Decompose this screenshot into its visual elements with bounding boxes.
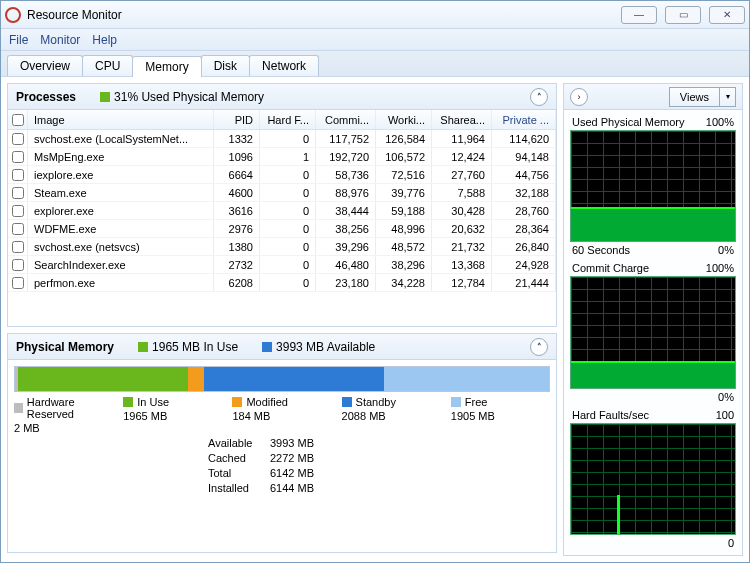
row-checkbox[interactable]: [12, 259, 24, 271]
row-checkbox[interactable]: [12, 187, 24, 199]
cell-commit: 117,752: [316, 130, 376, 147]
inuse-text: 1965 MB In Use: [152, 340, 238, 354]
menu-monitor[interactable]: Monitor: [40, 33, 80, 47]
stat-value: 6142 MB: [270, 466, 314, 481]
avail-text: 3993 MB Available: [276, 340, 375, 354]
row-checkbox[interactable]: [12, 151, 24, 163]
cell-commit: 39,296: [316, 238, 376, 255]
legend-swatch: [123, 397, 133, 407]
membar-segment: [188, 367, 204, 391]
tab-network[interactable]: Network: [249, 55, 319, 76]
select-all-checkbox[interactable]: [12, 114, 24, 126]
cell-pid: 1380: [214, 238, 260, 255]
tab-memory[interactable]: Memory: [132, 56, 201, 77]
cell-shareable: 13,368: [432, 256, 492, 273]
close-button[interactable]: ✕: [709, 6, 745, 24]
col-commit[interactable]: Commi...: [316, 110, 376, 129]
cell-hardfaults: 0: [260, 238, 316, 255]
col-private[interactable]: Private ...: [492, 110, 556, 129]
graph-canvas: [570, 130, 736, 242]
table-row[interactable]: perfmon.exe6208023,18034,22812,78421,444: [8, 274, 556, 292]
tab-cpu[interactable]: CPU: [82, 55, 133, 76]
cell-image: WDFME.exe: [28, 220, 214, 237]
stat-row: Total6142 MB: [208, 466, 556, 481]
minimize-button[interactable]: —: [621, 6, 657, 24]
usage-icon: [100, 92, 110, 102]
physical-memory-panel: Physical Memory 1965 MB In Use 3993 MB A…: [7, 333, 557, 553]
cell-pid: 1096: [214, 148, 260, 165]
table-row[interactable]: MsMpEng.exe10961192,720106,57212,42494,1…: [8, 148, 556, 166]
physmem-collapse-button[interactable]: ˄: [530, 338, 548, 356]
menu-file[interactable]: File: [9, 33, 28, 47]
row-checkbox[interactable]: [12, 277, 24, 289]
memory-legend: Hardware Reserved2 MBIn Use1965 MBModifi…: [8, 392, 556, 434]
cell-hardfaults: 0: [260, 274, 316, 291]
views-button[interactable]: Views: [669, 87, 720, 107]
window-title: Resource Monitor: [27, 8, 122, 22]
legend-name: Free: [465, 396, 488, 408]
resource-monitor-window: Resource Monitor — ▭ ✕ File Monitor Help…: [0, 0, 750, 563]
table-row[interactable]: SearchIndexer.exe2732046,48038,29613,368…: [8, 256, 556, 274]
table-row[interactable]: iexplore.exe6664058,73672,51627,76044,75…: [8, 166, 556, 184]
tab-disk[interactable]: Disk: [201, 55, 250, 76]
table-row[interactable]: svchost.exe (LocalSystemNet...13320117,7…: [8, 130, 556, 148]
row-checkbox[interactable]: [12, 205, 24, 217]
graphs-expand-button[interactable]: ›: [570, 88, 588, 106]
legend-name: Hardware Reserved: [27, 396, 113, 420]
col-working[interactable]: Worki...: [376, 110, 432, 129]
cell-hardfaults: 0: [260, 220, 316, 237]
col-pid[interactable]: PID: [214, 110, 260, 129]
stat-key: Total: [208, 466, 270, 481]
cell-image: perfmon.exe: [28, 274, 214, 291]
col-image[interactable]: Image: [28, 110, 214, 129]
physmem-title: Physical Memory: [16, 340, 114, 354]
cell-hardfaults: 0: [260, 184, 316, 201]
legend-value: 1905 MB: [451, 410, 495, 422]
membar-segment: [204, 367, 385, 391]
graph-max: 100%: [706, 116, 734, 128]
stat-value: 6144 MB: [270, 481, 314, 496]
row-checkbox[interactable]: [12, 133, 24, 145]
tab-overview[interactable]: Overview: [7, 55, 83, 76]
memory-bar: [14, 366, 550, 392]
cell-commit: 38,444: [316, 202, 376, 219]
cell-commit: 58,736: [316, 166, 376, 183]
legend-swatch: [342, 397, 352, 407]
inuse-icon: [138, 342, 148, 352]
legend-item: In Use1965 MB: [123, 396, 222, 434]
views-dropdown-button[interactable]: ▾: [720, 87, 736, 107]
row-checkbox[interactable]: [12, 169, 24, 181]
col-hardfaults[interactable]: Hard F...: [260, 110, 316, 129]
menu-help[interactable]: Help: [92, 33, 117, 47]
legend-name: Modified: [246, 396, 288, 408]
row-checkbox[interactable]: [12, 241, 24, 253]
legend-item: Hardware Reserved2 MB: [14, 396, 113, 434]
processes-collapse-button[interactable]: ˄: [530, 88, 548, 106]
cell-hardfaults: 0: [260, 166, 316, 183]
table-row[interactable]: Steam.exe4600088,97639,7767,58832,188: [8, 184, 556, 202]
menubar: File Monitor Help: [1, 29, 749, 51]
cell-working: 38,296: [376, 256, 432, 273]
cell-pid: 3616: [214, 202, 260, 219]
graphs-panel: › Views ▾ Used Physical Memory100%60 Sec…: [563, 83, 743, 556]
table-row[interactable]: explorer.exe3616038,44459,18830,42828,76…: [8, 202, 556, 220]
col-shareable[interactable]: Sharea...: [432, 110, 492, 129]
stat-key: Available: [208, 436, 270, 451]
cell-working: 48,996: [376, 220, 432, 237]
stat-value: 3993 MB: [270, 436, 314, 451]
cell-image: SearchIndexer.exe: [28, 256, 214, 273]
cell-commit: 88,976: [316, 184, 376, 201]
table-row[interactable]: svchost.exe (netsvcs)1380039,29648,57221…: [8, 238, 556, 256]
row-checkbox[interactable]: [12, 223, 24, 235]
table-row[interactable]: WDFME.exe2976038,25648,99620,63228,364: [8, 220, 556, 238]
cell-working: 34,228: [376, 274, 432, 291]
legend-swatch: [232, 397, 242, 407]
tabstrip: Overview CPU Memory Disk Network: [1, 51, 749, 77]
legend-swatch: [14, 403, 23, 413]
usage-text: 31% Used Physical Memory: [114, 90, 264, 104]
cell-shareable: 11,964: [432, 130, 492, 147]
cell-hardfaults: 0: [260, 130, 316, 147]
maximize-button[interactable]: ▭: [665, 6, 701, 24]
stat-row: Cached2272 MB: [208, 451, 556, 466]
cell-private: 28,760: [492, 202, 556, 219]
